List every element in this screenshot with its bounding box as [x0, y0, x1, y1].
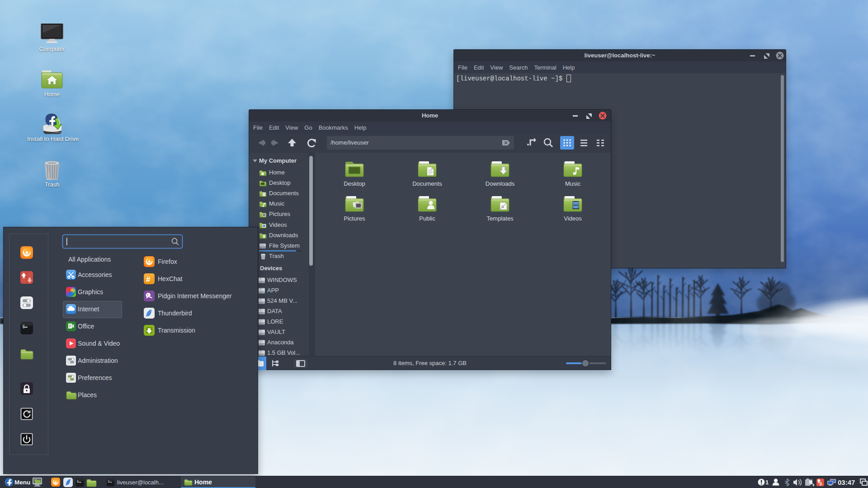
svg-text:#: # [146, 275, 151, 284]
svg-text:1: 1 [765, 479, 769, 486]
